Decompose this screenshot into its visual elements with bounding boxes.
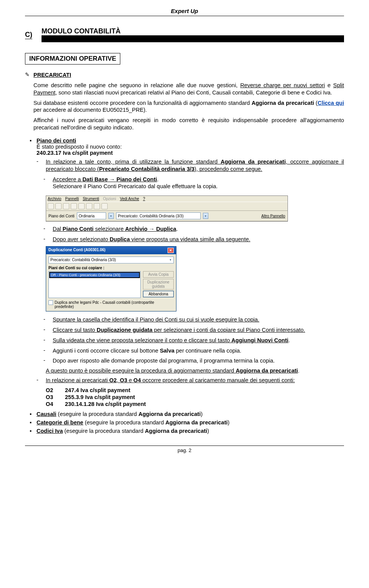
piano-d3: Dal Piano Conti selezionare Archivio → D…: [53, 225, 344, 233]
piano-title: Piano dei conti: [37, 137, 76, 144]
dash-icon: -: [43, 347, 53, 354]
piano-code: 240.23.17 Iva c/split payment: [37, 150, 344, 156]
chevron-down-icon[interactable]: ▼: [203, 213, 208, 219]
dialog-checkbox-label: Duplica anche legami Pdc - Causali conta…: [55, 300, 174, 309]
dash-icon: -: [37, 377, 46, 384]
dialog-subheading: Piani dei Conti su cui copiare :: [48, 266, 174, 270]
section-letter: C): [25, 31, 32, 39]
dash-icon: -: [43, 225, 53, 233]
dialog-piani-list[interactable]: OR - Piano Conti - precaricato Ordinaria…: [48, 271, 141, 298]
rel-row-o4: O4230.14.1.28 Iva c/split payment: [46, 401, 344, 407]
checkbox[interactable]: [48, 300, 53, 305]
app-menubar: ArchivioPannelliStrumentiOpzioniVedi Anc…: [46, 196, 288, 202]
avvia-copia-button[interactable]: Avvia Copia: [143, 271, 174, 278]
precaricati-title: PRECARICATI: [33, 72, 71, 78]
dash-icon: -: [43, 326, 53, 334]
rel-row-o3: O3255.3.9 Iva c/split payment: [46, 394, 344, 400]
toolbar-icon: [86, 203, 92, 209]
toolbar-icon: [55, 203, 62, 209]
section-name: MODULO CONTABILITÀ: [42, 28, 344, 42]
app-icon-row: [46, 202, 288, 211]
abbandona-button[interactable]: Abbandona: [143, 291, 174, 297]
dialog-precaricato[interactable]: Precaricato: Contabilità Ordinaria (3/3)…: [48, 257, 174, 263]
section-header: C) MODULO CONTABILITÀ: [25, 28, 344, 42]
piano-d9: Dopo aver risposto alle domande proposte…: [53, 357, 344, 364]
bottom-causali: Causali (eseguire la procedura standard …: [37, 411, 344, 417]
square-bullet-icon: ▪: [30, 137, 37, 156]
bottom-categorie: Categorie di bene (eseguire la procedura…: [37, 419, 344, 426]
close-icon[interactable]: ✕: [168, 248, 174, 253]
doc-title: Expert Up: [25, 8, 344, 16]
altro-pannello-link[interactable]: Altro Pannello: [261, 214, 285, 218]
piano-sub1: È stato predisposto il nuovo conto:: [37, 144, 344, 150]
toolbar-icon: [71, 203, 77, 209]
duplicazione-dialog-screenshot: Duplicazione Conti (A00301.06) ✕ Precari…: [46, 246, 176, 311]
toolbar-icon: [48, 203, 54, 209]
toolbar-icon: [101, 203, 108, 209]
piano-d4: Dopo aver selezionato Duplica viene prop…: [53, 236, 344, 243]
piano-d2-line2: Selezionare il Piano Conti Precaricato d…: [53, 183, 344, 190]
piano-d5: Spuntare la casella che identifica il Pi…: [53, 316, 344, 323]
dash-icon: -: [37, 158, 46, 173]
piano-fin1: A questo punto è possibile eseguire la p…: [46, 368, 344, 374]
page-footer: pag. 2: [25, 446, 344, 453]
dash-icon: -: [43, 176, 53, 190]
piano-d6: Cliccare sul tasto Duplicazione guidata …: [53, 326, 344, 334]
dialog-title: Duplicazione Conti (A00301.06): [48, 248, 105, 253]
square-bullet-icon: ▪: [30, 411, 37, 417]
lbl-piano-conti: Piano dei Conti: [48, 214, 75, 218]
app-toolbar-screenshot: ArchivioPannelliStrumentiOpzioniVedi Anc…: [46, 195, 288, 222]
piano-d8: Aggiunti i conti occorre cliccare sul bo…: [53, 347, 344, 354]
piano-d2: Accedere a Dati Base → Piano dei Conti.: [53, 176, 344, 183]
toolbar-icon: [63, 203, 69, 209]
precaricato-select[interactable]: Precaricato: Contabilità Ordinaria (3/3): [116, 212, 201, 219]
precaricati-p2: Sui database esistenti occorre procedere…: [33, 99, 344, 114]
dash-icon: -: [43, 337, 53, 344]
chevron-down-icon[interactable]: ▼: [108, 213, 114, 219]
square-bullet-icon: ▪: [30, 428, 37, 434]
square-bullet-icon: ▪: [30, 419, 37, 426]
dash-icon: -: [43, 357, 53, 364]
toolbar-icon: [94, 203, 100, 209]
rel-row-o2: O2247.4 Iva c/split payment: [46, 387, 344, 393]
dash-icon: -: [43, 236, 53, 243]
toolbar-icon: [78, 203, 85, 209]
bottom-codici-iva: Codici Iva (eseguire la procedura standa…: [37, 428, 344, 434]
precaricati-p1: Come descritto nelle pagine che seguono …: [33, 82, 344, 96]
list-item-selected[interactable]: OR - Piano Conti - precaricato Ordinaria…: [49, 272, 140, 278]
piano-d7: Sulla videata che viene proposta selezio…: [53, 337, 344, 344]
dash-icon: -: [43, 316, 53, 323]
piano-rel-intro: In relazione ai precaricati O2, O3 e O4 …: [46, 377, 344, 384]
piano-d1: In relazione a tale conto, prima di util…: [46, 158, 344, 173]
duplicazione-guidata-button[interactable]: Duplicazione guidata: [143, 279, 174, 290]
piano-select[interactable]: Ordinaria: [77, 212, 106, 219]
clicca-qui-link[interactable]: Clicca qui: [317, 100, 344, 106]
pencil-icon: ✎: [25, 71, 31, 134]
info-heading: INFORMAZIONI OPERATIVE: [25, 53, 120, 65]
precaricati-p3: Affinché i nuovi precaricati vengano rec…: [33, 117, 344, 131]
